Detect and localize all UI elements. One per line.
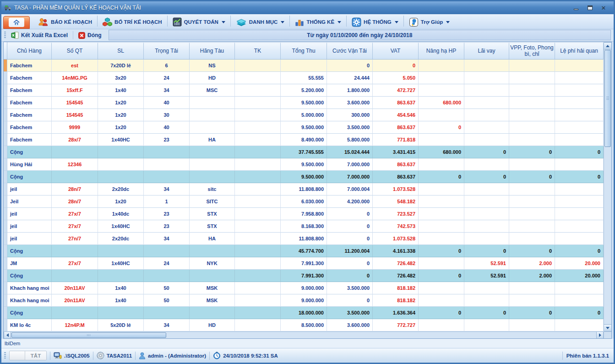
cell-tk[interactable] xyxy=(235,146,281,158)
toolbar-grip[interactable] xyxy=(4,32,6,39)
row-indicator[interactable] xyxy=(4,245,7,257)
column-header-vpp-foto[interactable]: VPP, Foto, Phong bì, chỉ xyxy=(509,42,555,59)
cell-lai-vay[interactable] xyxy=(464,294,509,307)
cell-le-phi-hai-quan[interactable] xyxy=(555,196,604,208)
cell-chu-hang[interactable]: KM lo 4c xyxy=(7,319,52,331)
cell-chu-hang[interactable]: Hùng Hải xyxy=(7,158,52,171)
cell-vpp-foto[interactable] xyxy=(509,233,555,245)
cell-tong-thu[interactable]: 11.808.800 xyxy=(281,183,327,196)
cell-sl[interactable] xyxy=(98,307,144,319)
cell-sl[interactable] xyxy=(98,270,144,282)
cell-le-phi-hai-quan[interactable] xyxy=(555,282,604,294)
cell-tk[interactable] xyxy=(235,282,281,294)
row-indicator[interactable] xyxy=(4,171,7,183)
cell-so-qt[interactable] xyxy=(52,270,98,282)
cell-tk[interactable] xyxy=(235,171,281,183)
cell-chu-hang[interactable]: Cộng xyxy=(7,245,52,257)
cell-chu-hang[interactable]: Cộng xyxy=(7,146,52,158)
cell-lai-vay[interactable] xyxy=(464,60,509,72)
cell-hang-tau[interactable] xyxy=(190,171,235,183)
cell-lai-vay[interactable]: 52.591 xyxy=(464,270,509,282)
cell-hang-tau[interactable]: SITC xyxy=(190,196,235,208)
cell-vat[interactable]: 863.637 xyxy=(373,171,419,183)
cell-hang-tau[interactable]: STX xyxy=(190,220,235,233)
cell-cuoc-van-tai[interactable]: 0 xyxy=(327,233,373,245)
cell-vat[interactable]: 1.636.364 xyxy=(373,307,419,319)
cell-trong-tai[interactable]: 40 xyxy=(144,97,190,109)
cell-so-qt[interactable] xyxy=(52,171,98,183)
cell-sl[interactable]: 1x20 xyxy=(98,196,144,208)
cell-nang-ha-hp[interactable] xyxy=(419,208,464,220)
cell-nang-ha-hp[interactable]: 680.000 xyxy=(419,146,464,158)
cell-cuoc-van-tai[interactable]: 7.000.000 xyxy=(327,158,373,171)
column-header-le-phi-hai-quan[interactable]: Lệ phí hải quan xyxy=(555,42,604,59)
cell-trong-tai[interactable] xyxy=(144,146,190,158)
cell-sl[interactable]: 1x20 xyxy=(98,121,144,134)
cell-lai-vay[interactable] xyxy=(464,196,509,208)
cell-cuoc-van-tai[interactable]: 5.800.000 xyxy=(327,134,373,146)
scroll-right-button[interactable] xyxy=(596,332,604,338)
cell-vpp-foto[interactable] xyxy=(509,183,555,196)
row-indicator[interactable] xyxy=(4,196,7,208)
column-header-nang-ha-hp[interactable]: Nâng hạ HP xyxy=(419,42,464,59)
cell-vpp-foto[interactable]: 0 xyxy=(509,171,555,183)
cell-le-phi-hai-quan[interactable] xyxy=(555,233,604,245)
cell-vat[interactable]: 771.818 xyxy=(373,134,419,146)
total-row[interactable]: Cộng45.774.70011.200.0044.161.3380000 xyxy=(4,245,604,257)
cell-le-phi-hai-quan[interactable] xyxy=(555,121,604,134)
cell-hang-tau[interactable]: HD xyxy=(190,319,235,331)
export-excel-button[interactable]: Kết Xuất Ra Excel xyxy=(9,31,70,40)
cell-so-qt[interactable]: 20n11AV xyxy=(52,294,98,307)
cell-hang-tau[interactable]: STX xyxy=(190,208,235,220)
cell-nang-ha-hp[interactable] xyxy=(419,109,464,121)
cell-cuoc-van-tai[interactable]: 7.000.004 xyxy=(327,183,373,196)
cell-vat[interactable]: 772.727 xyxy=(373,319,419,331)
cell-chu-hang[interactable]: Fabchem xyxy=(7,84,52,97)
cell-hang-tau[interactable] xyxy=(190,307,235,319)
cell-tong-thu[interactable]: 8.500.000 xyxy=(281,319,327,331)
cell-vpp-foto[interactable]: 0 xyxy=(509,245,555,257)
cell-hang-tau[interactable]: NYK xyxy=(190,257,235,270)
cell-lai-vay[interactable] xyxy=(464,183,509,196)
cell-hang-tau[interactable] xyxy=(190,158,235,171)
cell-le-phi-hai-quan[interactable] xyxy=(555,319,604,331)
cell-hang-tau[interactable]: MSC xyxy=(190,84,235,97)
cell-trong-tai[interactable]: 30 xyxy=(144,109,190,121)
column-header-tk[interactable]: TK xyxy=(235,42,281,59)
total-row[interactable]: Cộng37.745.55515.024.4443.431.415680.000… xyxy=(4,146,604,158)
cell-nang-ha-hp[interactable] xyxy=(419,196,464,208)
cell-vat[interactable]: 742.573 xyxy=(373,220,419,233)
close-view-button[interactable]: Đóng xyxy=(76,31,104,40)
cell-so-qt[interactable]: 27x/7 xyxy=(52,220,98,233)
scroll-down-button[interactable] xyxy=(604,324,611,331)
cell-lai-vay[interactable] xyxy=(464,233,509,245)
cell-tk[interactable] xyxy=(235,121,281,134)
cell-vpp-foto[interactable] xyxy=(509,282,555,294)
cell-tong-thu[interactable]: 5.000.000 xyxy=(281,109,327,121)
cell-nang-ha-hp[interactable] xyxy=(419,282,464,294)
cell-so-qt[interactable]: 28n/7 xyxy=(52,196,98,208)
cell-chu-hang[interactable]: Cộng xyxy=(7,270,52,282)
cell-chu-hang[interactable]: Fabchem xyxy=(7,72,52,84)
cell-chu-hang[interactable]: jeil xyxy=(7,220,52,233)
cell-sl[interactable]: 2x20dc xyxy=(98,233,144,245)
cell-nang-ha-hp[interactable] xyxy=(419,134,464,146)
cell-trong-tai[interactable]: 50 xyxy=(144,282,190,294)
cell-trong-tai[interactable]: 40 xyxy=(144,121,190,134)
cell-le-phi-hai-quan[interactable] xyxy=(555,220,604,233)
cell-hang-tau[interactable]: sitc xyxy=(190,183,235,196)
cell-chu-hang[interactable]: JM xyxy=(7,257,52,270)
cell-tong-thu[interactable]: 7.991.300 xyxy=(281,257,327,270)
cell-vat[interactable]: 726.482 xyxy=(373,270,419,282)
cell-nang-ha-hp[interactable] xyxy=(419,319,464,331)
cell-so-qt[interactable]: 9999 xyxy=(52,121,98,134)
cell-le-phi-hai-quan[interactable] xyxy=(555,158,604,171)
cell-le-phi-hai-quan[interactable] xyxy=(555,294,604,307)
minimize-button[interactable] xyxy=(572,5,580,11)
cell-tk[interactable] xyxy=(235,257,281,270)
row-indicator[interactable] xyxy=(4,97,7,109)
cell-le-phi-hai-quan[interactable] xyxy=(555,109,604,121)
cell-lai-vay[interactable] xyxy=(464,319,509,331)
total-row[interactable]: Cộng18.000.0003.500.0001.636.3640000 xyxy=(4,307,604,319)
cell-cuoc-van-tai[interactable]: 3.500.000 xyxy=(327,307,373,319)
